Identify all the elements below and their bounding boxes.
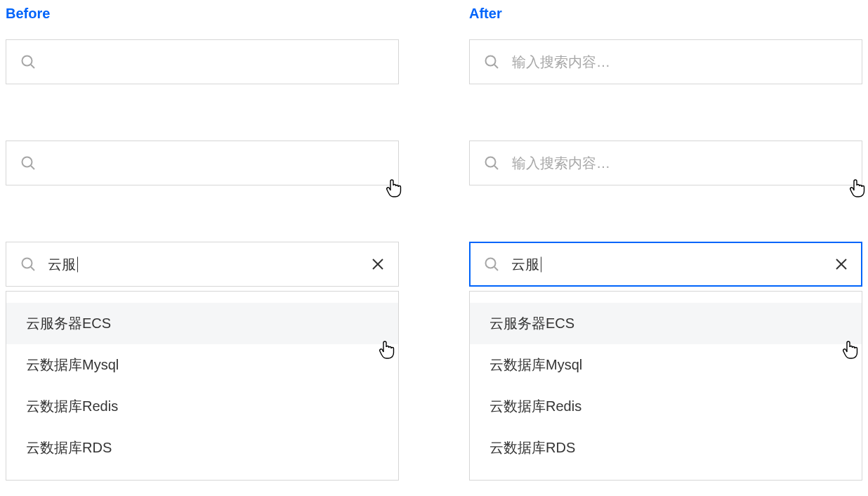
suggestion-item[interactable]: 云服务器ECS — [6, 303, 398, 344]
after-search-typing: 云服 云服务器ECS 云数据库Mysql 云数据库Redis 云数据库RDS — [469, 242, 862, 481]
suggestion-item[interactable]: 云服务器ECS — [470, 303, 862, 344]
before-label: Before — [6, 6, 399, 22]
search-input[interactable] — [469, 141, 862, 185]
suggestion-item[interactable]: 云数据库RDS — [470, 427, 862, 469]
after-column: After 云服 — [469, 6, 862, 481]
suggestion-item[interactable]: 云数据库RDS — [6, 427, 398, 469]
search-input[interactable] — [6, 141, 399, 185]
search-input[interactable] — [6, 242, 399, 287]
clear-icon[interactable] — [834, 257, 848, 271]
suggestion-item[interactable]: 云数据库Redis — [470, 386, 862, 427]
clear-icon[interactable] — [371, 257, 385, 271]
suggestions-dropdown: 云服务器ECS 云数据库Mysql 云数据库Redis 云数据库RDS — [469, 291, 862, 481]
suggestions-dropdown: 云服务器ECS 云数据库Mysql 云数据库Redis 云数据库RDS — [6, 291, 399, 481]
before-column: Before 云服 — [6, 6, 399, 481]
search-input[interactable] — [469, 242, 862, 287]
after-label: After — [469, 6, 862, 22]
after-search-default — [469, 39, 862, 84]
search-input[interactable] — [6, 39, 399, 84]
suggestion-item[interactable]: 云数据库Redis — [6, 386, 398, 427]
before-search-typing: 云服 云服务器ECS 云数据库Mysql 云数据库Redis 云数据库RDS — [6, 242, 399, 481]
search-input[interactable] — [469, 39, 862, 84]
suggestion-item[interactable]: 云数据库Mysql — [470, 344, 862, 386]
suggestion-item[interactable]: 云数据库Mysql — [6, 344, 398, 386]
before-search-hover — [6, 141, 399, 185]
after-search-hover — [469, 141, 862, 185]
before-search-default — [6, 39, 399, 84]
